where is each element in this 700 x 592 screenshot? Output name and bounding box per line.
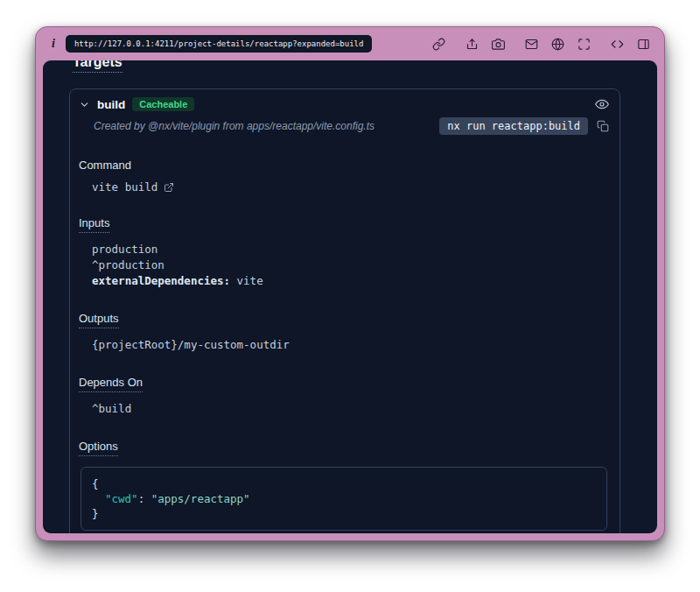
command-value: vite build xyxy=(92,180,158,194)
info-icon[interactable]: i xyxy=(52,37,55,51)
mail-icon[interactable] xyxy=(525,38,538,51)
created-by-text: Created by @nx/vite/plugin from apps/rea… xyxy=(94,120,430,132)
section-label-command: Command xyxy=(79,159,131,172)
code-icon[interactable] xyxy=(611,38,624,51)
build-card-body: Command vite build Inputs production ^pr… xyxy=(70,145,620,533)
section-options: Options { "cwd": "apps/reactapp" } xyxy=(79,438,609,531)
json-value: "apps/reactapp" xyxy=(151,492,250,505)
section-label-options: Options xyxy=(79,440,118,456)
target-name: build xyxy=(97,98,125,111)
json-separator: : xyxy=(138,492,151,505)
section-label-outputs: Outputs xyxy=(79,312,119,328)
build-card-subheader: Created by @nx/vite/plugin from apps/rea… xyxy=(70,115,620,145)
section-depends-on: Depends On ^build xyxy=(79,374,609,417)
copy-icon[interactable] xyxy=(597,120,609,132)
upload-icon[interactable] xyxy=(466,38,479,51)
json-key: "cwd" xyxy=(105,492,138,505)
browser-window: i http://127.0.0.1:4211/project-details/… xyxy=(35,26,665,541)
camera-icon[interactable] xyxy=(492,38,505,51)
globe-icon[interactable] xyxy=(551,38,564,51)
code-line: } xyxy=(92,506,596,521)
url-bar[interactable]: http://127.0.0.1:4211/project-details/re… xyxy=(66,35,373,53)
section-label-inputs: Inputs xyxy=(79,216,109,233)
depends-on-item: ^build xyxy=(92,401,609,417)
page-content: Targets build Cacheable Created by @nx/v… xyxy=(43,60,657,533)
link-icon[interactable] xyxy=(432,38,445,51)
build-card-header[interactable]: build Cacheable xyxy=(70,89,620,115)
run-command-chip[interactable]: nx run reactapp:build xyxy=(439,117,588,135)
fullscreen-icon[interactable] xyxy=(578,38,591,51)
external-deps-key: externalDependencies: xyxy=(92,274,230,287)
input-item: production xyxy=(92,242,609,257)
code-line: "cwd": "apps/reactapp" xyxy=(92,491,596,506)
sidebar-icon[interactable] xyxy=(637,38,650,51)
options-code-block: { "cwd": "apps/reactapp" } xyxy=(80,467,607,531)
section-label-depends-on: Depends On xyxy=(79,376,143,392)
browser-titlebar: i http://127.0.0.1:4211/project-details/… xyxy=(36,27,664,60)
input-item: ^production xyxy=(92,257,609,273)
external-deps-value: vite xyxy=(230,274,263,287)
section-outputs: Outputs {projectRoot}/my-custom-outdir xyxy=(79,310,609,353)
target-card-build: build Cacheable Created by @nx/vite/plug… xyxy=(69,88,620,533)
section-command: Command vite build xyxy=(79,157,609,194)
output-item: {projectRoot}/my-custom-outdir xyxy=(92,337,609,353)
eye-icon[interactable] xyxy=(595,97,609,111)
section-inputs: Inputs production ^production externalDe… xyxy=(79,215,609,289)
input-item-external-deps: externalDependencies: vite xyxy=(92,273,609,289)
page-title: Targets xyxy=(73,60,122,73)
code-line: { xyxy=(92,476,596,491)
external-link-icon[interactable] xyxy=(164,182,174,193)
titlebar-actions xyxy=(432,38,650,51)
chevron-down-icon[interactable] xyxy=(79,99,90,110)
cacheable-badge: Cacheable xyxy=(132,97,194,111)
